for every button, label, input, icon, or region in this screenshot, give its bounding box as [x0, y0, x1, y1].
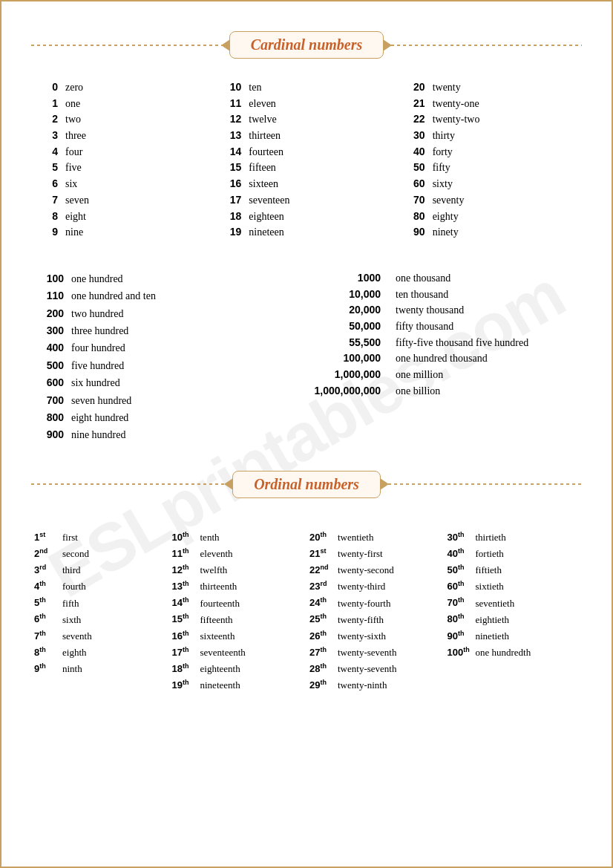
ordinal-word: third	[62, 563, 81, 578]
list-item: 9nine	[37, 224, 209, 241]
list-item: 10thtenth	[172, 529, 304, 546]
number: 400	[31, 339, 64, 356]
word: twenty-one	[433, 96, 479, 112]
number: 18	[220, 209, 241, 225]
number: 100	[31, 270, 64, 287]
ordinal-number: 5th	[34, 595, 59, 611]
ordinal-number: 3rd	[34, 562, 59, 578]
word: one hundred	[71, 271, 123, 287]
ordinal-word: ninth	[62, 662, 82, 677]
number: 1	[37, 96, 58, 112]
banner-deco-left	[31, 45, 222, 46]
list-item: 50thfiftieth	[448, 562, 580, 578]
word: two hundred	[71, 306, 123, 322]
number: 16	[220, 176, 241, 192]
word: one hundred and ten	[71, 288, 156, 304]
ordinal-number: 19th	[172, 677, 197, 694]
number: 1000	[314, 270, 381, 287]
number: 30	[404, 128, 425, 144]
number: 100,000	[314, 350, 381, 367]
ordinal-number: 25th	[309, 611, 335, 627]
ordinal-word: twenty-second	[338, 563, 394, 578]
list-item: 29thtwenty-ninth	[309, 677, 442, 694]
ordinal-number: 21st	[309, 546, 335, 562]
word: one	[65, 96, 80, 112]
list-item: 5thfifth	[34, 595, 166, 611]
list-item: 16sixteen	[220, 176, 392, 192]
ordinal-number: 10th	[172, 529, 197, 546]
list-item: 8eight	[37, 209, 209, 225]
list-item: 100,000one hundred thousand	[314, 350, 582, 367]
list-item: 30thirty	[404, 128, 576, 144]
ordinal-col1: 1stfirst2ndsecond3rdthird4thfourth5thfif…	[31, 528, 169, 695]
list-item: 80theightieth	[448, 611, 580, 627]
number: 80	[404, 209, 425, 225]
list-item: 21sttwenty-first	[309, 546, 442, 562]
word: thirty	[433, 128, 455, 144]
list-item: 7thseventh	[34, 628, 166, 645]
ordinal-word: twelfth	[200, 563, 228, 578]
list-item: 4thfourth	[34, 578, 166, 595]
ordinal-word: twenty-seventh	[338, 645, 396, 661]
number: 11	[220, 96, 241, 112]
cardinal-col2: 10ten11eleven12twelve13thirteen14fourtee…	[214, 76, 398, 244]
list-item: 10,000ten thousand	[314, 287, 582, 303]
number: 50	[404, 160, 425, 176]
list-item: 50,000fifty thousand	[314, 319, 582, 335]
word: seventeen	[249, 192, 289, 209]
number: 12	[220, 111, 241, 128]
word: five hundred	[71, 358, 124, 374]
cardinal-col1: 0zero1one2two3three4four5five6six7seven8…	[31, 76, 214, 244]
list-item: 1one	[37, 96, 209, 112]
list-item: 4four	[37, 144, 209, 160]
word: twelve	[249, 111, 276, 128]
number: 20	[404, 79, 425, 96]
thousands-col: 1000one thousand10,000ten thousand20,000…	[314, 270, 582, 444]
ordinal-word: fifth	[62, 596, 79, 612]
word: four	[65, 144, 82, 160]
number: 22	[404, 111, 425, 128]
word: fifteen	[249, 160, 276, 176]
word: seven hundred	[71, 393, 131, 409]
word: six	[65, 176, 77, 192]
ordinal-word: first	[62, 530, 78, 546]
list-item: 19nineteen	[220, 224, 392, 241]
list-item: 13ththirteenth	[172, 578, 304, 595]
ordinal-number: 40th	[448, 546, 473, 562]
word: eleven	[249, 96, 276, 112]
list-item: 0zero	[37, 79, 209, 96]
ordinal-word: twenty-fifth	[338, 613, 384, 628]
ordinal-word: second	[62, 546, 89, 562]
ordinal-banner-box: Ordinal numbers	[232, 471, 381, 498]
number: 50,000	[314, 319, 381, 335]
number: 19	[220, 224, 241, 241]
ordinal-number: 15th	[172, 611, 197, 627]
list-item: 100one hundred	[31, 270, 299, 287]
ordinal-word: sixtieth	[476, 579, 504, 595]
list-item: 15thfifteenth	[172, 611, 304, 627]
ordinal-col4: 30ththirtieth40thfortieth50thfiftieth60t…	[445, 528, 583, 695]
cardinal-title: Cardinal numbers	[251, 36, 363, 53]
ordinal-number: 100th	[448, 645, 473, 661]
list-item: 90ninety	[404, 224, 576, 241]
list-item: 23rdtwenty-third	[309, 578, 442, 595]
number: 40	[404, 144, 425, 160]
list-item: 14fourteen	[220, 144, 392, 160]
ordinal-word: seventh	[62, 629, 92, 645]
ordinal-number: 60th	[448, 578, 473, 595]
list-item: 60sixty	[404, 176, 576, 192]
ordinal-number: 80th	[448, 611, 473, 627]
number: 8	[37, 209, 58, 225]
list-item: 400four hundred	[31, 339, 299, 356]
number: 10,000	[314, 287, 381, 303]
list-item: 17thseventeenth	[172, 645, 304, 661]
ordinal-word: ninetieth	[476, 629, 510, 645]
word: four hundred	[71, 340, 125, 356]
cardinal-col3: 20twenty21twenty-one22twenty-two30thirty…	[399, 76, 582, 244]
ordinal-number: 11th	[172, 546, 197, 562]
number: 7	[37, 192, 58, 209]
list-item: 1000one thousand	[314, 270, 582, 287]
word: one hundred thousand	[388, 350, 488, 367]
list-item: 27thtwenty-seventh	[309, 645, 442, 661]
number: 55,500	[314, 335, 381, 351]
